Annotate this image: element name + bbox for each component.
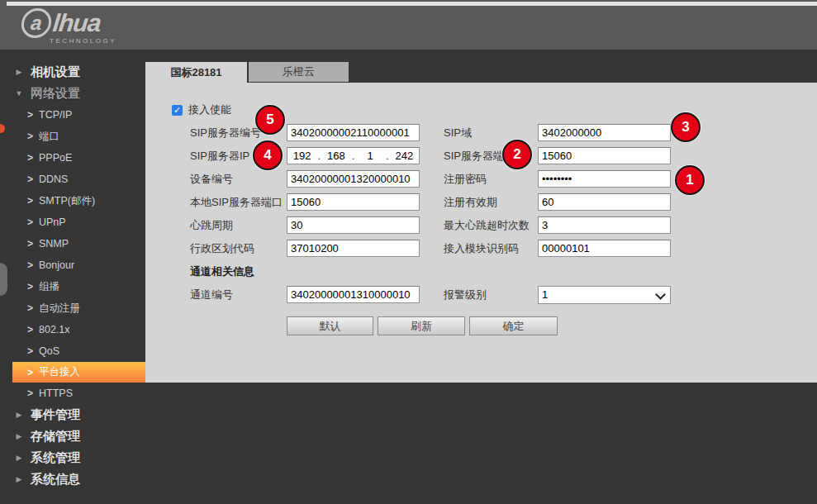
sidebar-item-label: HTTPS — [39, 388, 73, 399]
logo-a-icon: a — [20, 8, 53, 38]
field-label: SIP服务器编号 — [190, 124, 261, 141]
chevron-right-icon: > — [27, 216, 34, 228]
dahua-logo: a lhua TECHNOLOGY — [21, 8, 116, 45]
refresh-button[interactable]: 刷新 — [378, 316, 465, 335]
alarm-level-value: 1 — [542, 288, 548, 301]
field-label: SIP服务器IP — [190, 147, 249, 164]
sidebar-item-snmp[interactable]: >SNMP — [0, 233, 145, 254]
field-input-right-4[interactable] — [538, 216, 671, 234]
field-input-left-2[interactable] — [287, 170, 420, 188]
sidebar-item-label: 网络设置 — [31, 86, 80, 102]
annotation-circle-5: 5 — [255, 105, 285, 135]
sidebar-item-platform-access[interactable]: >平台接入 — [12, 362, 145, 383]
sidebar-item-qos[interactable]: >QoS — [0, 340, 145, 362]
confirm-button[interactable]: 确定 — [469, 316, 558, 335]
annotation-circle-3: 3 — [671, 112, 701, 142]
tab-bar: 国标28181乐橙云 — [145, 62, 817, 83]
sidebar-item-system-management[interactable]: ▶系统管理 — [0, 447, 145, 468]
sidebar-item-label: 自动注册 — [39, 302, 80, 316]
triangle-right-icon: ▶ — [15, 454, 23, 462]
logo-wordmark: lhua — [51, 9, 102, 37]
sidebar-item-label: SNMP — [39, 238, 69, 250]
content-panel: ✓ 接入使能 SIP服务器编号SIP服务器IP192.168.1.242设备编号… — [145, 83, 817, 383]
sidebar-item-https[interactable]: >HTTPS — [0, 383, 145, 404]
field-label: 行政区划代码 — [190, 240, 254, 257]
sip-server-ip-input[interactable]: 192.168.1.242 — [287, 147, 420, 164]
annotation-circle-1: 1 — [675, 165, 705, 195]
sidebar-item-ddns[interactable]: >DDNS — [0, 169, 145, 190]
channel-section-title: 通道相关信息 — [190, 264, 254, 279]
chevron-right-icon: > — [27, 238, 34, 250]
logo-subtitle: TECHNOLOGY — [21, 37, 116, 45]
chevron-right-icon: > — [27, 345, 34, 357]
sidebar-item-smtp[interactable]: >SMTP(邮件) — [0, 190, 145, 212]
triangle-right-icon: ▶ — [15, 432, 23, 440]
chevron-right-icon: > — [27, 367, 34, 378]
sidebar-item-port[interactable]: >端口 — [0, 126, 145, 147]
sidebar-item-label: 端口 — [39, 130, 59, 144]
sidebar-item-pppoe[interactable]: >PPPoE — [0, 147, 145, 169]
sidebar-item-upnp[interactable]: >UPnP — [0, 212, 145, 233]
field-input-left-3[interactable] — [287, 193, 420, 211]
chevron-right-icon: > — [27, 259, 34, 271]
sidebar-item-label: 平台接入 — [39, 365, 80, 379]
chevron-right-icon: > — [27, 131, 34, 142]
alarm-level-label: 报警级别 — [444, 286, 487, 303]
sidebar-item-label: 相机设置 — [31, 64, 80, 80]
sidebar-item-label: 存储管理 — [31, 429, 80, 445]
default-button[interactable]: 默认 — [287, 316, 373, 335]
triangle-down-icon: ▼ — [15, 89, 23, 97]
sidebar-item-storage-management[interactable]: ▶存储管理 — [0, 426, 145, 447]
sidebar: ▶相机设置▼网络设置>TCP/IP>端口>PPPoE>DDNS>SMTP(邮件)… — [0, 50, 145, 504]
sidebar-item-tcpip[interactable]: >TCP/IP — [0, 104, 145, 126]
field-label: 接入模块识别码 — [444, 240, 519, 257]
field-input-right-3[interactable] — [538, 193, 671, 211]
field-label: 注册密码 — [444, 170, 487, 188]
chevron-right-icon: > — [27, 388, 34, 399]
field-label: 注册有效期 — [444, 193, 497, 211]
top-strip — [7, 2, 817, 6]
tab-gb28181[interactable]: 国标28181 — [145, 62, 247, 83]
panel-collapse-handle[interactable] — [0, 263, 7, 296]
sidebar-item-label: 系统管理 — [31, 450, 80, 466]
tab-lechange[interactable]: 乐橙云 — [249, 62, 349, 82]
channel-number-input[interactable] — [287, 286, 420, 303]
sidebar-item-bonjour[interactable]: >Bonjour — [0, 254, 145, 276]
sidebar-item-label: Bonjour — [39, 259, 74, 271]
chevron-right-icon: > — [27, 302, 34, 314]
sidebar-item-label: DDNS — [39, 174, 68, 185]
field-input-left-5[interactable] — [287, 240, 420, 257]
sidebar-item-multicast[interactable]: >组播 — [0, 276, 145, 297]
field-input-right-5[interactable] — [538, 240, 671, 257]
sidebar-item-label: SMTP(邮件) — [39, 194, 95, 208]
alarm-level-select[interactable]: 1 — [538, 286, 671, 304]
chevron-right-icon: > — [27, 324, 34, 335]
sidebar-item-system-info[interactable]: ▶系统信息 — [0, 468, 145, 490]
channel-number-label: 通道编号 — [190, 286, 233, 303]
sidebar-item-camera-settings[interactable]: ▶相机设置 — [0, 61, 145, 83]
sidebar-item-event-management[interactable]: ▶事件管理 — [0, 404, 145, 426]
field-label: 设备编号 — [190, 170, 233, 188]
sidebar-item-network-settings[interactable]: ▼网络设置 — [0, 83, 145, 104]
sidebar-item-label: QoS — [39, 345, 59, 357]
sidebar-item-label: PPPoE — [39, 152, 72, 164]
field-label: 心跳周期 — [190, 216, 233, 234]
field-input-left-0[interactable] — [287, 124, 420, 141]
field-input-right-2[interactable] — [538, 170, 671, 188]
sidebar-item-label: 事件管理 — [31, 407, 80, 423]
sidebar-item-label: UPnP — [39, 216, 66, 228]
sidebar-item-8021x[interactable]: >802.1x — [0, 319, 145, 340]
enable-access-checkbox[interactable]: ✓ — [172, 105, 183, 116]
field-input-right-1[interactable] — [538, 147, 671, 164]
annotation-circle-2: 2 — [502, 140, 532, 169]
chevron-down-icon — [655, 289, 666, 300]
ip-segment: 192 — [287, 150, 316, 162]
triangle-right-icon: ▶ — [15, 411, 23, 419]
sidebar-item-auto-register[interactable]: >自动注册 — [0, 297, 145, 319]
enable-access-label: 接入使能 — [188, 102, 231, 117]
ip-segment: 1 — [356, 150, 385, 162]
chevron-right-icon: > — [27, 281, 34, 292]
field-label: 本地SIP服务器端口 — [190, 193, 283, 211]
field-input-right-0[interactable] — [538, 124, 671, 141]
field-input-left-4[interactable] — [287, 216, 420, 234]
